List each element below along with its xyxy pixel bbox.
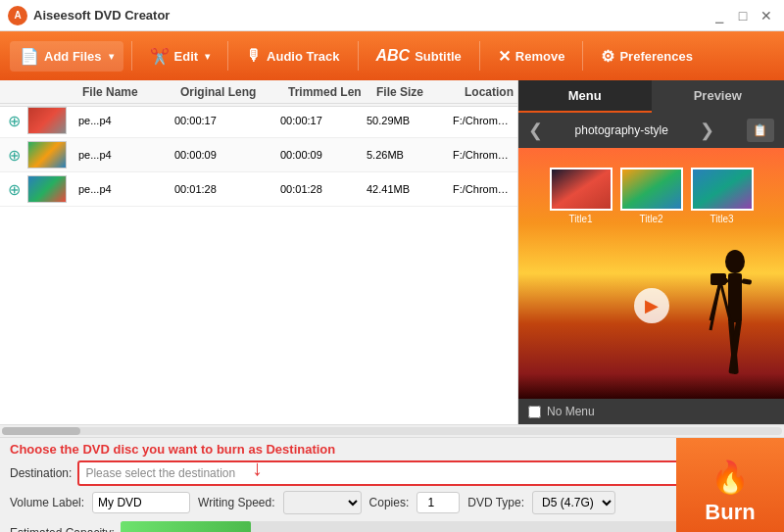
orig-len-1: 00:00:17 bbox=[171, 115, 276, 126]
add-row-icon-2[interactable]: ⊕ bbox=[0, 146, 27, 165]
photographer-silhouette bbox=[691, 232, 779, 399]
title-bar: A Aiseesoft DVD Creator ⎯ □ ✕ bbox=[0, 0, 784, 31]
col-orig-2: Original Leng bbox=[176, 81, 284, 103]
scroll-thumb[interactable] bbox=[2, 427, 80, 435]
separator-3 bbox=[358, 41, 359, 71]
capacity-bar-fill bbox=[121, 521, 251, 532]
right-panel: Menu Preview ❮ photography-style ❯ 📋 bbox=[518, 80, 784, 424]
destination-section: Choose the DVD disc you want to burn as … bbox=[0, 438, 784, 488]
nav-right-arrow[interactable]: ❯ bbox=[700, 120, 714, 141]
menu-thumb-2: Title2 bbox=[620, 168, 683, 224]
menu-preview-area: Title1 Title2 Title3 ▶ bbox=[518, 148, 784, 399]
file-rows: ⊕ pe...p4 00:00:17 00:00:17 50.29MB F:/C… bbox=[0, 104, 517, 207]
audio-icon: 🎙 bbox=[246, 47, 262, 65]
menu-thumb-img-1 bbox=[550, 168, 612, 211]
separator-5 bbox=[582, 41, 583, 71]
separator-1 bbox=[131, 41, 132, 71]
file-name-1: pe...p4 bbox=[74, 115, 171, 126]
file-size-1: 50.29MB bbox=[363, 115, 449, 126]
burn-button[interactable]: 🔥 Burn bbox=[676, 438, 784, 532]
menu-thumb-img-3 bbox=[691, 168, 754, 211]
scroll-track[interactable] bbox=[2, 427, 782, 435]
menu-nav: ❮ photography-style ❯ 📋 bbox=[518, 113, 784, 148]
burn-icon: 🔥 bbox=[710, 459, 750, 496]
destination-row: Destination: Please select the destinati… bbox=[0, 459, 784, 488]
play-button[interactable]: ▶ bbox=[634, 288, 669, 323]
speed-label: Writing Speed: bbox=[198, 496, 275, 509]
menu-thumb-label-3: Title3 bbox=[691, 214, 754, 224]
separator-4 bbox=[479, 41, 480, 71]
menu-thumb-img-2 bbox=[620, 168, 683, 211]
tab-preview[interactable]: Preview bbox=[652, 80, 785, 113]
col-trim-2: Trimmed Len bbox=[284, 81, 372, 103]
file-list-panel: File Name Original Leng Trimmed Len File… bbox=[0, 80, 518, 424]
col-filename-2: File Name bbox=[78, 81, 176, 103]
svg-rect-9 bbox=[710, 273, 726, 285]
col-size-2: File Size bbox=[372, 81, 461, 103]
remove-button[interactable]: ✕ Remove bbox=[488, 41, 575, 72]
window-controls: ⎯ □ ✕ bbox=[710, 6, 776, 25]
thumb-2 bbox=[27, 141, 67, 169]
tab-menu[interactable]: Menu bbox=[518, 80, 652, 113]
nav-left-arrow[interactable]: ❮ bbox=[528, 120, 543, 141]
close-button[interactable]: ✕ bbox=[757, 6, 776, 25]
svg-point-0 bbox=[725, 250, 745, 273]
edit-icon: ✂️ bbox=[150, 47, 170, 66]
writing-speed-select[interactable] bbox=[283, 491, 362, 514]
add-row-icon-3[interactable]: ⊕ bbox=[0, 180, 27, 199]
maximize-button[interactable]: □ bbox=[733, 6, 753, 25]
edit-dropdown-arrow: ▾ bbox=[205, 51, 210, 62]
menu-background: Title1 Title2 Title3 ▶ bbox=[518, 148, 784, 399]
bottom-section: Choose the DVD disc you want to burn as … bbox=[0, 438, 784, 532]
preferences-icon: ⚙ bbox=[601, 47, 614, 66]
title-bar-left: A Aiseesoft DVD Creator bbox=[8, 6, 170, 25]
audio-track-label: Audio Track bbox=[267, 49, 339, 64]
dest-placeholder: Please select the destination bbox=[85, 466, 235, 480]
orig-len-3: 00:01:28 bbox=[171, 183, 276, 195]
table-row: ⊕ pe...p4 00:01:28 00:01:28 42.41MB F:/C… bbox=[0, 172, 517, 207]
trim-len-3: 00:01:28 bbox=[276, 183, 363, 195]
capacity-row: Estimated Capacity: 0.5GB 1GB 1.5GB 2GB … bbox=[0, 517, 784, 532]
file-size-2: 5.26MB bbox=[363, 149, 449, 161]
down-arrow-icon: ↓ bbox=[252, 456, 263, 481]
remove-icon: ✕ bbox=[498, 47, 511, 66]
file-loc-1: F:/Chrome/pexels-gylfi-g... bbox=[449, 115, 517, 126]
volume-label-input[interactable] bbox=[92, 492, 190, 513]
instruction-row: Choose the DVD disc you want to burn as … bbox=[0, 438, 784, 459]
menu-thumb-label-1: Title1 bbox=[550, 214, 612, 224]
add-row-icon-1[interactable]: ⊕ bbox=[0, 112, 27, 130]
no-menu-label: No Menu bbox=[547, 405, 595, 418]
audio-track-button[interactable]: 🎙 Audio Track bbox=[236, 41, 349, 71]
remove-label: Remove bbox=[515, 49, 565, 64]
file-name-3: pe...p4 bbox=[74, 183, 171, 195]
minimize-button[interactable]: ⎯ bbox=[710, 6, 729, 25]
volume-row: Volume Label: Writing Speed: Copies: DVD… bbox=[0, 488, 784, 517]
add-files-button[interactable]: 📄 Add Files ▾ bbox=[10, 41, 123, 72]
dvd-type-select[interactable]: D5 (4.7G) bbox=[532, 491, 615, 514]
menu-copy-button[interactable]: 📋 bbox=[747, 119, 774, 142]
no-menu-row: No Menu bbox=[518, 399, 784, 424]
subtitle-button[interactable]: ABC Subtitle bbox=[367, 41, 471, 71]
svg-rect-5 bbox=[742, 278, 753, 285]
separator-2 bbox=[227, 41, 228, 71]
app-icon: A bbox=[8, 6, 27, 25]
copies-input[interactable] bbox=[416, 492, 460, 513]
edit-button[interactable]: ✂️ Edit ▾ bbox=[140, 41, 220, 72]
instruction-text: Choose the DVD disc you want to burn as … bbox=[10, 442, 774, 457]
main-area: File Name Original Leng Trimmed Len File… bbox=[0, 80, 784, 424]
dest-label: Destination: bbox=[10, 466, 72, 480]
no-menu-checkbox[interactable] bbox=[528, 406, 541, 418]
add-files-icon: 📄 bbox=[20, 47, 39, 66]
table-row: ⊕ pe...p4 00:00:09 00:00:09 5.26MB F:/Ch… bbox=[0, 138, 517, 172]
file-name-2: pe...p4 bbox=[74, 149, 171, 161]
dvd-type-label: DVD Type: bbox=[467, 496, 524, 509]
cap-label: Estimated Capacity: bbox=[10, 526, 115, 533]
burn-label: Burn bbox=[705, 500, 755, 525]
destination-dropdown[interactable]: Please select the destination ▾ bbox=[77, 460, 774, 486]
file-loc-3: F:/Chrome/pexels-super-l... bbox=[449, 183, 517, 195]
vol-label: Volume Label: bbox=[10, 496, 84, 509]
svg-line-7 bbox=[710, 281, 720, 320]
preferences-button[interactable]: ⚙ Preferences bbox=[591, 41, 702, 72]
orig-len-2: 00:00:09 bbox=[171, 149, 276, 161]
trim-len-1: 00:00:17 bbox=[276, 115, 363, 126]
